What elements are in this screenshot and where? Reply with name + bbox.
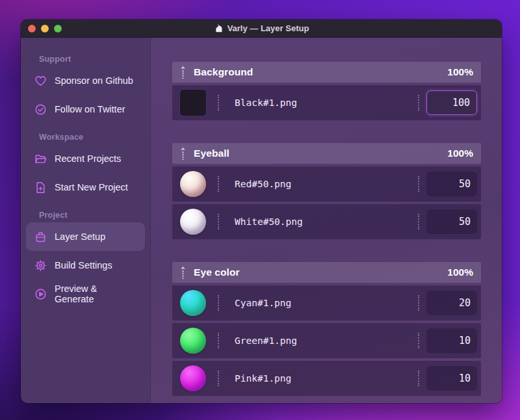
sidebar-item-label: Build Settings [55,260,112,270]
layer-row[interactable]: Green#1.png [172,323,481,358]
layer-value-input[interactable] [426,328,477,353]
heart-icon [34,74,47,88]
sidebar-section-label: Workspace [39,133,150,142]
layer-value-input[interactable] [426,209,477,234]
layer-group-header: Eye color100% [172,262,481,283]
sidebar-section: WorkspaceRecent ProjectsStart New Projec… [21,133,150,202]
layer-group-eye-color: Eye color100%Cyan#1.pngGreen#1.pngPink#1… [172,262,481,396]
sidebar-section-label: Support [39,55,150,64]
layer-group-background: Background100%Black#1.png [172,62,481,120]
layer-row[interactable]: White#50.png [172,204,481,239]
close-button[interactable] [28,25,36,33]
sidebar-item-build-settings[interactable]: Build Settings [26,251,145,280]
drag-handle-icon[interactable] [179,147,187,160]
layer-filename: White#50.png [235,217,303,227]
sidebar-item-layer-setup[interactable]: Layer Setup [26,222,145,251]
dotted-divider [418,95,419,111]
sidebar-section: SupportSponsor on GithubFollow on Twitte… [21,55,150,124]
layer-row[interactable]: Black#1.png [172,85,481,120]
dotted-divider [218,176,219,192]
layer-thumbnail-white-sphere [180,209,206,235]
drag-handle-icon[interactable] [179,266,187,279]
gear-icon [34,259,47,272]
layer-thumbnail-pink-sphere [180,365,206,391]
layer-value-input[interactable] [426,366,477,391]
sidebar-item-label: Preview & Generate [55,283,137,304]
layer-group-title: Eye color [194,267,240,278]
layer-row[interactable]: Red#50.png [172,166,481,202]
titlebar: Varly — Layer Setup [21,20,502,38]
file-plus-icon [34,181,47,194]
layer-group-title: Eyeball [194,148,229,159]
dotted-divider [418,333,419,348]
sidebar-item-label: Recent Projects [55,153,121,164]
sidebar-item-sponsor-on-github[interactable]: Sponsor on Github [26,66,145,95]
layer-filename: Red#50.png [235,179,291,189]
layer-filename: Black#1.png [235,98,297,108]
layer-group-header: Eyeball100% [172,143,481,164]
layer-value-input[interactable] [426,291,477,315]
sidebar-item-start-new-project[interactable]: Start New Project [26,173,145,202]
folder-open-icon [34,152,47,166]
dotted-divider [418,176,419,192]
traffic-lights [28,20,62,37]
sidebar-section-label: Project [39,211,150,220]
layer-group-title: Background [194,66,253,78]
dotted-divider [218,333,219,348]
sidebar-item-follow-on-twitter[interactable]: Follow on Twitter [26,95,145,124]
layer-group-header: Background100% [172,62,481,83]
layer-thumbnail-green-sphere [180,328,206,354]
layer-filename: Pink#1.png [235,373,291,384]
sidebar-item-preview-generate[interactable]: Preview & Generate [26,280,145,308]
dotted-divider [418,371,419,386]
layer-value-input[interactable] [426,90,477,115]
layer-thumbnail-cyan-sphere [180,290,206,316]
verified-badge-icon [34,103,47,116]
dotted-divider [218,214,219,230]
layer-filename: Green#1.png [235,335,297,346]
dotted-divider [218,371,219,386]
unicorn-icon [214,23,224,33]
layer-row[interactable]: Cyan#1.png [172,285,481,321]
play-circle-icon [34,287,47,301]
dotted-divider [418,295,419,311]
dotted-divider [218,295,219,311]
sidebar: SupportSponsor on GithubFollow on Twitte… [21,38,151,403]
sidebar-item-label: Layer Setup [55,231,105,242]
layer-row[interactable]: Pink#1.png [172,361,481,396]
dotted-divider [418,214,419,230]
window-body: SupportSponsor on GithubFollow on Twitte… [21,38,502,403]
sidebar-item-label: Follow on Twitter [55,104,125,114]
layer-filename: Cyan#1.png [235,298,291,308]
layer-thumbnail-black-square [180,90,206,116]
zoom-button[interactable] [54,25,62,33]
layer-group-weight: 100% [447,148,473,159]
archive-box-icon [34,230,47,244]
layer-thumbnail-red-sphere [180,171,206,197]
layer-group-weight: 100% [447,66,473,78]
window-title: Varly — Layer Setup [214,23,309,33]
sidebar-item-label: Sponsor on Github [55,75,133,86]
layer-group-eyeball: Eyeball100%Red#50.pngWhite#50.png [172,143,481,239]
app-window: Varly — Layer Setup SupportSponsor on Gi… [21,20,502,403]
dotted-divider [218,95,219,111]
sidebar-section: ProjectLayer SetupBuild SettingsPreview … [21,211,150,308]
layer-group-weight: 100% [447,267,473,278]
sidebar-item-label: Start New Project [55,182,128,192]
window-title-text: Varly — Layer Setup [228,24,309,33]
minimize-button[interactable] [41,25,49,33]
layer-value-input[interactable] [426,172,477,196]
sidebar-item-recent-projects[interactable]: Recent Projects [26,144,145,173]
layers-panel: Background100%Black#1.pngEyeball100%Red#… [151,38,502,403]
drag-handle-icon[interactable] [179,66,187,79]
